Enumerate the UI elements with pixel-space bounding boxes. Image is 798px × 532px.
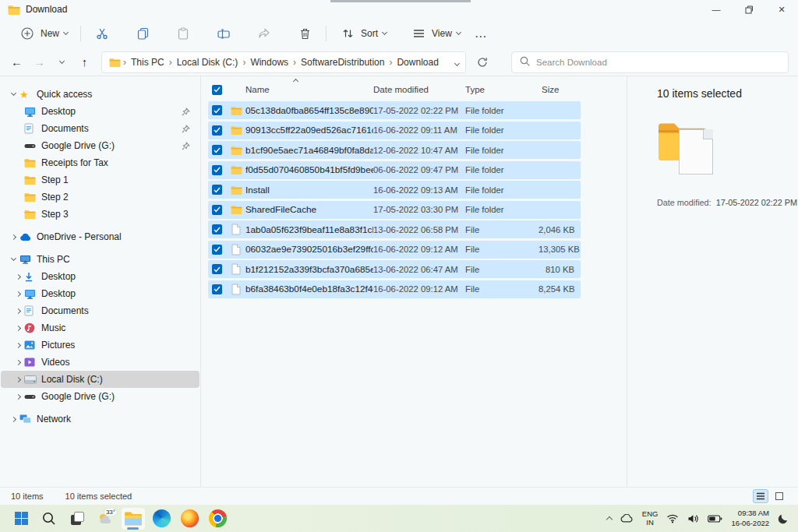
sidebar-item-music[interactable]: Music xyxy=(1,319,200,336)
sidebar-item-step-1[interactable]: Step 1 xyxy=(1,171,200,188)
sort-button[interactable]: Sort xyxy=(333,21,393,46)
copy-button[interactable] xyxy=(128,21,157,46)
column-header-date-modified[interactable]: Date modified xyxy=(373,85,465,94)
share-button[interactable] xyxy=(249,21,279,46)
minimize-button[interactable]: — xyxy=(700,0,733,19)
sidebar-item-google-drive-g[interactable]: Google Drive (G:) xyxy=(1,388,200,405)
row-checkbox-checked[interactable] xyxy=(212,224,222,234)
sidebar-item-desktop[interactable]: Desktop xyxy=(1,268,200,285)
sidebar-item-network[interactable]: Network xyxy=(1,410,200,428)
forward-button[interactable]: → xyxy=(29,51,50,72)
row-checkbox-checked[interactable] xyxy=(212,264,222,274)
file-row-06032ae9e739025016b3ef29ffcf67191[interactable]: 06032ae9e739025016b3ef29ffcf67191...16-0… xyxy=(208,241,581,259)
sidebar-item-documents[interactable]: Documents xyxy=(1,120,200,137)
sidebar-item-google-drive-g[interactable]: Google Drive (G:) xyxy=(1,137,200,154)
chevron-right-icon[interactable] xyxy=(12,275,24,279)
row-checkbox-checked[interactable] xyxy=(212,125,222,136)
row-checkbox-checked[interactable] xyxy=(212,205,222,215)
breadcrumb-item-windows[interactable]: Windows xyxy=(247,57,291,68)
restore-button[interactable] xyxy=(733,0,765,19)
edge-taskbar-button[interactable] xyxy=(150,508,173,530)
row-checkbox-checked[interactable] xyxy=(212,284,222,294)
sidebar-item-pictures[interactable]: Pictures xyxy=(1,336,200,354)
focus-assist-moon-icon[interactable] xyxy=(778,513,789,524)
file-row-b1f212152a339f3bcfa370a685e148e72[interactable]: b1f212152a339f3bcfa370a685e148e72...13-0… xyxy=(208,260,581,278)
row-checkbox-checked[interactable] xyxy=(212,105,222,115)
close-button[interactable]: ✕ xyxy=(765,0,798,19)
refresh-button[interactable] xyxy=(472,52,493,72)
rename-button[interactable] xyxy=(209,21,238,46)
file-row-b6fa38463b0f4e0eb18fa3c12f4056b88[interactable]: b6fa38463b0f4e0eb18fa3c12f4056b88...16-0… xyxy=(208,280,581,298)
column-header-name[interactable]: Name xyxy=(245,85,373,94)
battery-icon[interactable] xyxy=(708,515,722,523)
back-button[interactable]: ← xyxy=(6,51,27,72)
breadcrumb-item-download[interactable]: Download xyxy=(394,57,441,68)
search-input[interactable]: Search Download xyxy=(511,51,789,73)
sidebar-item-this-pc[interactable]: This PC xyxy=(1,251,200,268)
sidebar-item-quick-access[interactable]: ★Quick access xyxy=(1,86,200,103)
breadcrumb-item-this-pc[interactable]: This PC xyxy=(128,57,168,68)
sidebar-item-onedrive-personal[interactable]: OneDrive - Personal xyxy=(1,228,200,245)
file-row-install[interactable]: Install16-06-2022 09:13 AMFile folder xyxy=(208,181,581,199)
column-header-type[interactable]: Type xyxy=(465,85,538,94)
chevron-down-icon[interactable] xyxy=(7,259,19,260)
row-checkbox-checked[interactable] xyxy=(212,145,222,155)
details-view-button[interactable] xyxy=(753,489,768,503)
breadcrumb-item-local-disk-c[interactable]: Local Disk (C:) xyxy=(174,57,242,68)
taskbar-search-button[interactable] xyxy=(37,508,61,530)
sidebar-item-documents[interactable]: Documents xyxy=(1,302,200,319)
breadcrumb[interactable]: ›This PC›Local Disk (C:)›Windows›Softwar… xyxy=(101,51,466,73)
sidebar-item-step-2[interactable]: Step 2 xyxy=(1,188,200,206)
delete-button[interactable] xyxy=(290,21,320,46)
sidebar-item-local-disk-c[interactable]: Local Disk (C:) xyxy=(1,371,200,388)
chevron-right-icon[interactable] xyxy=(12,395,24,399)
start-button[interactable] xyxy=(9,508,33,530)
address-dropdown-button[interactable] xyxy=(455,57,459,68)
sidebar-item-desktop[interactable]: Desktop xyxy=(1,103,200,120)
chevron-right-icon[interactable] xyxy=(12,361,24,365)
file-row-05c138da0fba8654ff135c8e8903233f[interactable]: 05c138da0fba8654ff135c8e8903233f17-05-20… xyxy=(208,101,581,119)
row-checkbox-checked[interactable] xyxy=(212,165,222,175)
chevron-right-icon[interactable] xyxy=(7,235,19,239)
file-row-f0d55d070460850b41bf5fd9bee40d45[interactable]: f0d55d070460850b41bf5fd9bee40d4506-06-20… xyxy=(208,161,581,179)
clock[interactable]: 09:38 AM 16-06-2022 xyxy=(731,509,769,528)
history-chevron-button[interactable] xyxy=(51,51,72,72)
sidebar-item-desktop[interactable]: Desktop xyxy=(1,285,200,302)
chevron-right-icon[interactable] xyxy=(12,292,24,296)
sidebar-item-step-3[interactable]: Step 3 xyxy=(1,206,200,223)
chrome-taskbar-button[interactable] xyxy=(206,508,229,530)
view-button[interactable]: View xyxy=(404,21,467,46)
sidebar-item-receipts-for-tax[interactable]: Receipts for Tax xyxy=(1,154,200,171)
chevron-right-icon[interactable] xyxy=(12,378,24,382)
file-row-90913cc5ff22a09ed526ac7161c45888[interactable]: 90913cc5ff22a09ed526ac7161c4588816-06-20… xyxy=(208,122,581,139)
language-indicator[interactable]: ENG IN xyxy=(642,510,659,527)
row-checkbox-checked[interactable] xyxy=(212,185,222,195)
file-row-sharedfilecache[interactable]: SharedFileCache17-05-2022 03:30 PMFile f… xyxy=(208,201,581,219)
paste-button[interactable] xyxy=(168,21,198,46)
hidden-icons-button[interactable] xyxy=(607,515,612,522)
breadcrumb-item-softwaredistribution[interactable]: SoftwareDistribution xyxy=(298,57,387,68)
see-more-button[interactable]: … xyxy=(467,26,496,41)
wifi-icon[interactable] xyxy=(666,513,679,523)
select-all-checkbox[interactable] xyxy=(212,85,222,95)
chevron-right-icon[interactable] xyxy=(12,326,24,330)
chevron-down-icon[interactable] xyxy=(7,93,19,95)
chevron-right-icon[interactable] xyxy=(12,344,24,347)
file-row-1ab0a05f623f9beaf11e8a83f1cbfa0e1c[interactable]: 1ab0a05f623f9beaf11e8a83f1cbfa0e1c...13-… xyxy=(208,220,581,238)
firefox-taskbar-button[interactable] xyxy=(178,508,201,530)
chevron-right-icon[interactable] xyxy=(7,417,19,421)
widgets-weather-button[interactable]: 33° xyxy=(94,508,117,530)
volume-icon[interactable] xyxy=(687,514,699,523)
row-checkbox-checked[interactable] xyxy=(212,245,222,255)
chevron-right-icon[interactable] xyxy=(12,309,24,313)
up-button[interactable]: ↑ xyxy=(74,51,95,72)
sidebar-item-videos[interactable]: Videos xyxy=(1,354,200,371)
new-button[interactable]: New xyxy=(12,21,74,46)
large-icons-view-button[interactable] xyxy=(772,489,787,503)
cut-button[interactable] xyxy=(87,21,117,46)
task-view-button[interactable] xyxy=(65,508,89,530)
file-explorer-taskbar-button[interactable] xyxy=(122,508,145,530)
file-row-b1cf90e5aec71a46849bf0fa8da2382a[interactable]: b1cf90e5aec71a46849bf0fa8da2382a12-06-20… xyxy=(208,141,581,159)
column-header-size[interactable]: Size xyxy=(538,85,581,94)
onedrive-tray-icon[interactable] xyxy=(620,514,634,523)
